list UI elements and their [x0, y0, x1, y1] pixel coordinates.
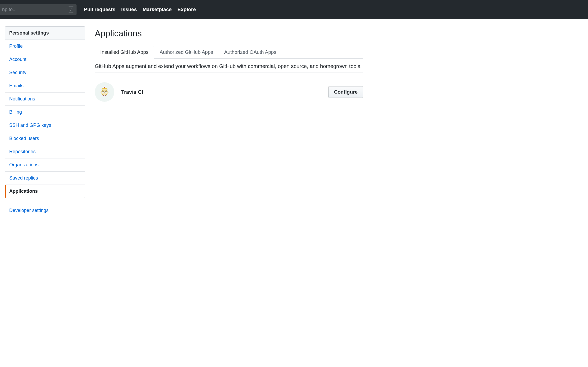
- sidebar-item-billing[interactable]: Billing: [5, 106, 85, 119]
- nav-pull-requests[interactable]: Pull requests: [84, 7, 115, 12]
- travis-ci-icon: [99, 86, 110, 98]
- sidebar-item-organizations[interactable]: Organizations: [5, 158, 85, 172]
- search-wrapper: /: [0, 4, 77, 15]
- sidebar-item-saved-replies[interactable]: Saved replies: [5, 172, 85, 185]
- sidebar-item-ssh-gpg-keys[interactable]: SSH and GPG keys: [5, 119, 85, 132]
- svg-rect-2: [104, 87, 105, 88]
- sidebar-item-profile[interactable]: Profile: [5, 40, 85, 53]
- personal-settings-menu: Personal settings Profile Account Securi…: [5, 26, 85, 198]
- app-row: Travis CI Configure: [95, 77, 363, 107]
- settings-sidebar: Personal settings Profile Account Securi…: [5, 26, 85, 217]
- app-name[interactable]: Travis CI: [121, 89, 328, 95]
- svg-point-7: [106, 92, 107, 93]
- sidebar-item-security[interactable]: Security: [5, 66, 85, 79]
- sidebar-item-account[interactable]: Account: [5, 53, 85, 66]
- sidebar-item-applications: Applications: [5, 185, 85, 198]
- tab-installed-github-apps[interactable]: Installed GitHub Apps: [95, 46, 154, 59]
- sidebar-item-emails[interactable]: Emails: [5, 79, 85, 93]
- sidebar-item-notifications[interactable]: Notifications: [5, 93, 85, 106]
- configure-button[interactable]: Configure: [328, 86, 363, 98]
- app-avatar[interactable]: [95, 82, 114, 102]
- global-header: / Pull requests Issues Marketplace Explo…: [0, 0, 588, 19]
- main-content: Applications Installed GitHub Apps Autho…: [95, 26, 363, 217]
- page-title: Applications: [95, 28, 363, 38]
- tab-authorized-oauth-apps[interactable]: Authorized OAuth Apps: [219, 46, 282, 58]
- app-tabs: Installed GitHub Apps Authorized GitHub …: [95, 46, 363, 59]
- nav-issues[interactable]: Issues: [121, 7, 137, 12]
- nav-marketplace[interactable]: Marketplace: [143, 7, 172, 12]
- page-container: Personal settings Profile Account Securi…: [0, 19, 369, 228]
- sidebar-item-repositories[interactable]: Repositories: [5, 145, 85, 158]
- sidebar-header: Personal settings: [5, 27, 85, 40]
- svg-point-6: [103, 92, 103, 93]
- tab-authorized-github-apps[interactable]: Authorized GitHub Apps: [154, 46, 219, 58]
- tab-description: GitHub Apps augment and extend your work…: [95, 63, 363, 73]
- sidebar-item-blocked-users[interactable]: Blocked users: [5, 132, 85, 145]
- search-input[interactable]: [0, 4, 77, 15]
- secondary-settings-menu: Developer settings: [5, 204, 85, 217]
- nav-explore[interactable]: Explore: [177, 7, 196, 12]
- sidebar-item-developer-settings[interactable]: Developer settings: [5, 204, 85, 217]
- slash-key-hint: /: [68, 6, 74, 13]
- primary-nav: Pull requests Issues Marketplace Explore: [84, 7, 196, 12]
